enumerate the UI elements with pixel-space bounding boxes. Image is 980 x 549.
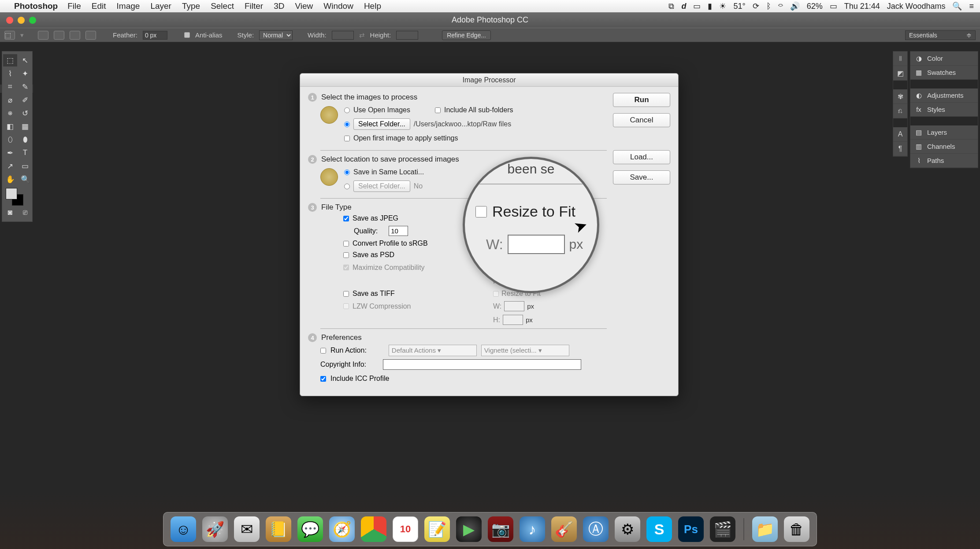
wand-tool-icon[interactable]: ✦ bbox=[18, 67, 32, 80]
blur-tool-icon[interactable]: ⬯ bbox=[3, 133, 17, 146]
minimize-window-button[interactable] bbox=[18, 17, 25, 24]
select-dest-folder-radio[interactable] bbox=[344, 184, 350, 189]
navigator-icon[interactable]: ◩ bbox=[893, 66, 907, 81]
app-name[interactable]: Photoshop bbox=[14, 1, 58, 11]
copyright-input[interactable] bbox=[383, 359, 581, 370]
selection-intersect-icon[interactable] bbox=[85, 31, 96, 40]
menu-file[interactable]: File bbox=[67, 1, 81, 11]
select-dest-folder-button[interactable]: Select Folder... bbox=[353, 181, 410, 192]
path-tool-icon[interactable]: ↗ bbox=[3, 160, 17, 172]
user-name[interactable]: Jack Woodhams bbox=[887, 2, 946, 11]
eyedropper-tool-icon[interactable]: ✎ bbox=[18, 81, 32, 93]
zoom-tool-icon[interactable]: 🔍 bbox=[18, 173, 32, 185]
dock-calendar-icon[interactable]: 10 bbox=[393, 516, 418, 542]
shape-tool-icon[interactable]: ▭ bbox=[18, 160, 32, 172]
hand-tool-icon[interactable]: ✋ bbox=[3, 173, 17, 185]
save-psd-checkbox[interactable] bbox=[343, 252, 349, 258]
icc-checkbox[interactable] bbox=[320, 376, 326, 382]
dock-chrome-icon[interactable] bbox=[361, 516, 386, 542]
weather-icon[interactable]: ☀ bbox=[719, 1, 726, 11]
panel-styles[interactable]: fxStyles bbox=[910, 103, 978, 117]
dock-garageband-icon[interactable]: 🎸 bbox=[551, 516, 577, 542]
volume-icon[interactable]: 🔊 bbox=[790, 1, 800, 11]
panel-layers[interactable]: ▤Layers bbox=[910, 125, 978, 140]
dock-itunes-icon[interactable]: ♪ bbox=[520, 516, 545, 542]
menu-filter[interactable]: Filter bbox=[245, 1, 263, 11]
dodge-tool-icon[interactable]: ⬮ bbox=[18, 133, 32, 146]
save-button[interactable]: Save... bbox=[613, 170, 670, 184]
magnified-resize-checkbox[interactable] bbox=[475, 206, 487, 217]
dock-imovie-icon[interactable]: 🎬 bbox=[710, 516, 735, 542]
notification-center-icon[interactable]: ≡ bbox=[969, 2, 974, 11]
spotlight-icon[interactable]: 🔍 bbox=[952, 1, 962, 11]
panel-adjustments[interactable]: ◐Adjustments bbox=[910, 88, 978, 103]
menu-view[interactable]: View bbox=[295, 1, 313, 11]
style-select[interactable]: Normal bbox=[259, 30, 293, 40]
menu-layer[interactable]: Layer bbox=[150, 1, 171, 11]
action-select[interactable]: Vignette (selecti... ▾ bbox=[481, 345, 569, 356]
screencast-icon[interactable]: ⧉ bbox=[668, 2, 674, 11]
action-set-select[interactable]: Default Actions ▾ bbox=[389, 345, 477, 356]
paragraph-icon[interactable]: ¶ bbox=[893, 142, 907, 156]
quickmask-icon[interactable]: ◙ bbox=[3, 206, 17, 219]
zoom-window-button[interactable] bbox=[29, 17, 36, 24]
run-action-checkbox[interactable] bbox=[320, 348, 326, 354]
tool-preset-icon[interactable]: ⬚ bbox=[4, 31, 15, 40]
color-swatches[interactable] bbox=[3, 186, 32, 206]
panel-channels[interactable]: ▥Channels bbox=[910, 140, 978, 154]
marquee-tool-icon[interactable]: ⬚ bbox=[3, 54, 17, 66]
sync-icon[interactable]: ⟳ bbox=[753, 1, 759, 11]
refine-edge-button[interactable]: Refine Edge... bbox=[442, 30, 491, 40]
menu-select[interactable]: Select bbox=[211, 1, 234, 11]
dock-mail-icon[interactable]: ✉ bbox=[234, 516, 260, 542]
wifi-icon[interactable]: ⌔ bbox=[778, 2, 783, 11]
menu-help[interactable]: Help bbox=[364, 1, 381, 11]
screenmode-icon[interactable]: ⎚ bbox=[18, 206, 32, 219]
battery-status-icon[interactable]: ▭ bbox=[830, 1, 837, 11]
selection-new-icon[interactable] bbox=[38, 31, 48, 40]
dock-trash-icon[interactable]: 🗑 bbox=[784, 516, 809, 542]
run-button[interactable]: Run bbox=[613, 93, 670, 107]
menu-image[interactable]: Image bbox=[117, 1, 140, 11]
quality-input[interactable] bbox=[389, 226, 408, 236]
selection-add-icon[interactable] bbox=[54, 31, 64, 40]
gradient-tool-icon[interactable]: ▦ bbox=[18, 120, 32, 133]
battery-icon[interactable]: ▮ bbox=[708, 1, 712, 11]
dock-photobooth-icon[interactable]: 📷 bbox=[488, 516, 513, 542]
select-source-folder-button[interactable]: Select Folder... bbox=[353, 118, 410, 130]
character-icon[interactable]: A bbox=[893, 127, 907, 142]
display-icon[interactable]: ▭ bbox=[693, 1, 701, 11]
dock-messages-icon[interactable]: 💬 bbox=[297, 516, 323, 542]
feather-input[interactable] bbox=[143, 31, 167, 40]
dock-downloads-icon[interactable]: 📁 bbox=[752, 516, 778, 542]
move-tool-icon[interactable]: ↖ bbox=[18, 54, 32, 66]
save-tiff-checkbox[interactable] bbox=[343, 291, 349, 297]
dock-notes-icon[interactable]: 📝 bbox=[424, 516, 450, 542]
load-button[interactable]: Load... bbox=[613, 150, 670, 164]
dock-sysprefs-icon[interactable]: ⚙ bbox=[615, 516, 640, 542]
selection-subtract-icon[interactable] bbox=[70, 31, 80, 40]
brush-tool-icon[interactable]: ✐ bbox=[18, 94, 32, 106]
pen-tool-icon[interactable]: ✒ bbox=[3, 147, 17, 159]
type-tool-icon[interactable]: T bbox=[18, 147, 32, 159]
panel-swatches[interactable]: ▦Swatches bbox=[910, 66, 978, 80]
dock-launchpad-icon[interactable]: 🚀 bbox=[202, 516, 228, 542]
same-location-radio[interactable] bbox=[344, 169, 350, 175]
dock-safari-icon[interactable]: 🧭 bbox=[329, 516, 355, 542]
select-folder-radio[interactable] bbox=[344, 122, 350, 127]
histogram-icon[interactable]: ⫴ bbox=[893, 52, 907, 66]
dock-contacts-icon[interactable]: 📒 bbox=[266, 516, 291, 542]
workspace-switcher[interactable]: Essentials≑ bbox=[905, 30, 976, 40]
cancel-button[interactable]: Cancel bbox=[613, 113, 670, 127]
d-icon[interactable]: d bbox=[681, 2, 686, 11]
use-open-images-radio[interactable] bbox=[344, 107, 350, 113]
dock-finder-icon[interactable]: ☺ bbox=[171, 516, 196, 542]
foreground-color[interactable] bbox=[6, 188, 17, 199]
menu-window[interactable]: Window bbox=[323, 1, 353, 11]
clock[interactable]: Thu 21:44 bbox=[844, 2, 880, 11]
menu-edit[interactable]: Edit bbox=[92, 1, 106, 11]
dock-appstore-icon[interactable]: Ⓐ bbox=[583, 516, 609, 542]
history-brush-tool-icon[interactable]: ↺ bbox=[18, 107, 32, 119]
bluetooth-icon[interactable]: ᛒ bbox=[766, 2, 771, 11]
menu-type[interactable]: Type bbox=[182, 1, 200, 11]
